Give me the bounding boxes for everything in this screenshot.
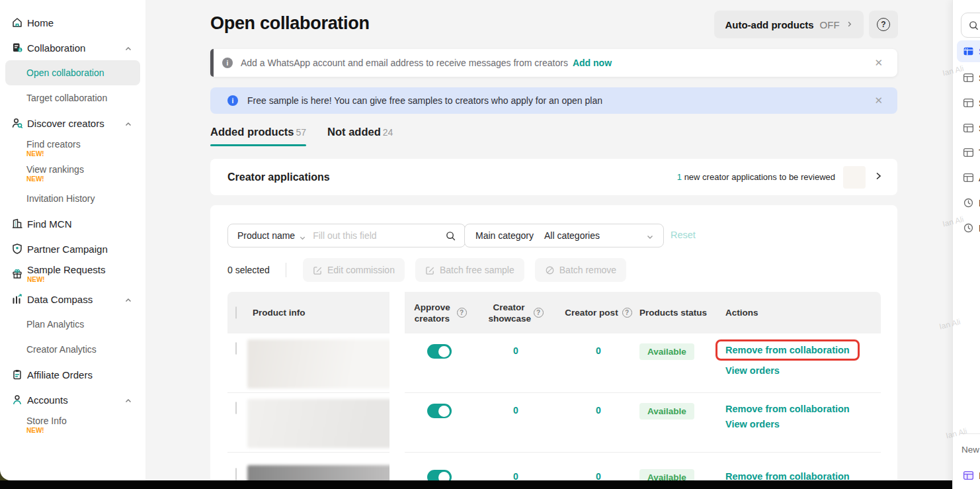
panel-item[interactable]: D	[957, 192, 980, 214]
reset-button[interactable]: Reset	[671, 230, 696, 240]
question-icon[interactable]: ?	[622, 308, 632, 318]
approve-creators-toggle[interactable]	[427, 344, 452, 359]
status-badge: Available	[639, 403, 694, 420]
chevron-right-icon[interactable]	[874, 171, 883, 183]
sidebar-item-label: Target collaboration	[26, 93, 145, 103]
clock-history-icon	[963, 222, 974, 234]
panel-item[interactable]: D	[957, 217, 980, 239]
add-now-link[interactable]: Add now	[573, 58, 612, 68]
table-icon	[963, 122, 974, 134]
status-badge: Available	[639, 343, 694, 360]
close-icon[interactable]: ✕	[874, 57, 883, 69]
sidebar: Home Collaboration Open collaboration Ta…	[0, 0, 145, 480]
chevron-up-icon[interactable]	[124, 295, 132, 303]
selected-count: 0 selected	[227, 265, 286, 275]
new-badge: NEW!	[27, 276, 105, 284]
creator-showcase-value: 0	[471, 453, 561, 482]
tab-not-added[interactable]: Not added 24	[327, 126, 393, 146]
row-checkbox[interactable]	[235, 402, 237, 414]
col-product-info: Product info	[247, 308, 407, 318]
button-label: Edit commission	[327, 265, 395, 275]
edit-commission-button[interactable]: Edit commission	[303, 258, 405, 282]
sidebar-item-creator-analytics[interactable]: Creator Analytics	[0, 337, 145, 362]
row-checkbox[interactable]	[235, 468, 237, 480]
panel-item[interactable]: A	[957, 167, 980, 189]
panel-item[interactable]: T	[957, 142, 980, 163]
sidebar-item-invitation-history[interactable]: Invitation History	[0, 186, 145, 211]
view-orders-link[interactable]: View orders	[725, 365, 780, 376]
sidebar-item-find-creators[interactable]: Find creators NEW!	[0, 136, 145, 161]
sidebar-item-accounts[interactable]: Accounts	[0, 387, 145, 412]
tab-count: 24	[383, 127, 393, 138]
remove-from-collaboration-link[interactable]: Remove from collaboration	[725, 345, 850, 355]
batch-free-sample-button[interactable]: Batch free sample	[415, 258, 524, 282]
chevron-up-icon[interactable]	[124, 44, 132, 52]
search-input[interactable]	[313, 230, 442, 241]
help-button[interactable]: ?	[869, 11, 898, 38]
whatsapp-banner-text: Add a WhatsApp account and email address…	[241, 58, 568, 68]
sidebar-item-find-mcn[interactable]: Find MCN	[0, 211, 145, 236]
panel-search-box[interactable]	[961, 13, 980, 38]
sidebar-item-label: Partner Campaign	[27, 244, 108, 255]
panel-item[interactable]: S	[957, 40, 980, 62]
table-icon	[963, 470, 974, 481]
gift-icon	[11, 268, 23, 280]
chevron-up-icon[interactable]	[124, 119, 132, 127]
creator-post-value: 0	[561, 453, 636, 482]
sidebar-item-discover-creators[interactable]: Discover creators	[0, 111, 145, 136]
col-actions: Actions	[721, 308, 881, 318]
right-side-panel: S S S S T A D D New	[952, 0, 980, 489]
category-value: All categories	[544, 230, 600, 241]
free-sample-banner: i Free sample is here! You can give free…	[210, 87, 897, 114]
view-orders-link[interactable]: View orders	[725, 419, 780, 429]
sidebar-item-target-collaboration[interactable]: Target collaboration	[0, 85, 145, 111]
panel-item[interactable]: S	[957, 117, 980, 139]
chevron-down-icon	[646, 232, 654, 240]
batch-remove-button[interactable]: Batch remove	[535, 258, 626, 282]
close-icon[interactable]: ✕	[874, 95, 883, 107]
sidebar-item-home[interactable]: Home	[0, 10, 145, 35]
sidebar-item-affiliate-orders[interactable]: Affiliate Orders	[0, 362, 145, 387]
chevron-down-icon[interactable]	[299, 232, 306, 240]
sidebar-item-open-collaboration[interactable]: Open collaboration	[5, 60, 140, 85]
sidebar-item-sample-requests[interactable]: Sample Requests NEW!	[0, 261, 145, 287]
sidebar-item-data-compass[interactable]: Data Compass	[0, 287, 145, 312]
row-checkbox[interactable]	[235, 342, 237, 355]
creator-post-value: 0	[561, 393, 636, 416]
sidebar-item-partner-campaign[interactable]: Partner Campaign	[0, 236, 145, 261]
creator-applications-title: Creator applications	[227, 171, 330, 183]
category-select[interactable]: Main category All categories	[464, 224, 664, 247]
panel-item[interactable]: I	[957, 465, 980, 486]
table-icon	[963, 97, 974, 109]
search-icon[interactable]	[445, 230, 456, 242]
button-label: Batch remove	[559, 265, 616, 275]
category-label: Main category	[475, 230, 534, 241]
collaboration-icon	[11, 42, 23, 54]
search-field-selector[interactable]: Product name	[237, 230, 295, 241]
products-table: Product info Approve creators ? Creator …	[227, 292, 881, 489]
sidebar-item-label: Sample Requests	[27, 264, 105, 275]
auto-add-state: OFF	[820, 19, 840, 30]
sidebar-item-label: Find creators	[26, 139, 145, 150]
question-icon[interactable]: ?	[534, 308, 544, 318]
applications-count: 1	[677, 172, 682, 182]
chevron-up-icon[interactable]	[124, 396, 132, 404]
sidebar-item-label: Creator Analytics	[26, 344, 145, 355]
tab-count: 57	[296, 127, 307, 138]
panel-item[interactable]: S	[957, 67, 980, 89]
person-icon	[11, 394, 23, 406]
remove-from-collaboration-link[interactable]: Remove from collaboration	[725, 404, 850, 414]
sidebar-item-store-info[interactable]: Store Info NEW!	[0, 412, 145, 437]
select-all-checkbox[interactable]	[235, 306, 237, 319]
tab-added-products[interactable]: Added products 57	[210, 126, 306, 146]
auto-add-products-button[interactable]: Auto-add products OFF	[714, 11, 864, 38]
app-window: Home Collaboration Open collaboration Ta…	[0, 0, 980, 489]
sidebar-item-view-rankings[interactable]: View rankings NEW!	[0, 161, 145, 186]
approve-creators-toggle[interactable]	[427, 404, 452, 418]
sidebar-item-collaboration[interactable]: Collaboration	[0, 35, 145, 60]
creator-applications-card[interactable]: Creator applications 1 new creator appli…	[210, 159, 897, 195]
edit-icon	[313, 265, 323, 275]
question-icon[interactable]: ?	[457, 308, 467, 318]
panel-item[interactable]: S	[957, 92, 980, 114]
sidebar-item-plan-analytics[interactable]: Plan Analytics	[0, 312, 145, 337]
